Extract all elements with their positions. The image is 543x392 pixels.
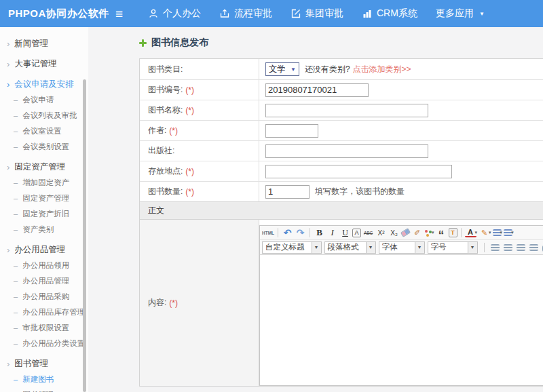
- sidebar-item-asset-category[interactable]: – 资产类别: [0, 222, 88, 237]
- align-center-icon[interactable]: [504, 244, 512, 251]
- location-input[interactable]: [265, 165, 452, 178]
- main-content: 图书信息发布 图书类目: 文学 ▼ 还没有类别? 点击添加类别>>: [88, 27, 543, 392]
- sidebar-item-label: 会议室设置: [22, 126, 62, 136]
- sidebar-section-office-supplies[interactable]: › 办公用品管理: [0, 242, 88, 258]
- blockquote-icon[interactable]: “: [436, 227, 447, 239]
- sidebar-item-label: 图书管理: [14, 358, 48, 370]
- required-mark: (*): [185, 187, 194, 197]
- select-caret-icon[interactable]: ▼: [415, 242, 424, 253]
- select-caret-icon[interactable]: ▼: [366, 242, 375, 253]
- nav-personal-office[interactable]: 个人办公: [148, 7, 201, 20]
- field-label: 作者:: [148, 125, 166, 136]
- sidebar-item-marker-icon: ›: [7, 163, 10, 172]
- font-family-select[interactable]: 字体 ▼: [379, 241, 425, 254]
- form-row-content: 内容: (*) HTML: [140, 219, 543, 386]
- sidebar-item-fixed-asset-depreciation[interactable]: – 固定资产折旧: [0, 206, 88, 222]
- quantity-hint: 填写数字，该图书的数量: [315, 186, 405, 197]
- select-caret-icon[interactable]: ▼: [312, 242, 321, 253]
- nav-flow-approval[interactable]: 流程审批: [219, 7, 272, 20]
- sidebar-item-label: 会议申请及安排: [14, 79, 74, 90]
- sidebar-item-marker-icon: ›: [7, 60, 10, 68]
- nav-group-approval[interactable]: 集团审批: [291, 7, 343, 20]
- field-label: 出版社:: [148, 145, 174, 157]
- custom-title-select[interactable]: 自定义标题 ▼: [262, 241, 322, 254]
- paragraph-format-select[interactable]: 段落格式 ▼: [324, 241, 376, 254]
- author-input[interactable]: [265, 124, 318, 138]
- bar-chart-icon: [362, 8, 373, 19]
- undo-icon[interactable]: ↶: [282, 227, 293, 239]
- nav-crm-system[interactable]: CRM系统: [362, 7, 417, 20]
- sidebar-item-label: 审批权限设置: [22, 323, 69, 333]
- sidebar-item-book-mgmt[interactable]: – 图书管理: [0, 387, 88, 392]
- sidebar-item-label: 办公用品管理: [14, 244, 65, 256]
- font-size-select[interactable]: 字号 ▼: [428, 241, 478, 254]
- book-category-select[interactable]: 文学 ▼: [265, 62, 299, 76]
- sidebar-section-meeting[interactable]: › 会议申请及安排: [0, 77, 88, 92]
- char-border-icon[interactable]: A: [352, 229, 361, 237]
- redo-icon[interactable]: ↷: [295, 227, 306, 239]
- sidebar-section-memorabilia-mgmt[interactable]: › 大事记管理: [0, 56, 88, 72]
- nav-label: 流程审批: [234, 7, 272, 20]
- sidebar-item-meeting-room-settings[interactable]: – 会议室设置: [0, 123, 88, 139]
- sidebar-item-approval-permission[interactable]: – 审批权限设置: [0, 320, 88, 336]
- subscript-icon[interactable]: X₂: [388, 227, 400, 239]
- format-brush-icon[interactable]: ✐: [411, 227, 423, 239]
- sidebar-item-add-fixed-asset[interactable]: – 增加固定资产: [0, 175, 88, 191]
- sidebar-item-label: 新建图书: [22, 374, 54, 385]
- sidebar-item-supplies-classification[interactable]: – 办公用品分类设置: [0, 336, 88, 351]
- paste-text-icon[interactable]: T: [449, 228, 457, 237]
- remove-format-icon[interactable]: [400, 228, 411, 237]
- sidebar-item-supplies-purchase[interactable]: – 办公用品采购: [0, 289, 88, 305]
- editor-content-area[interactable]: [260, 255, 543, 384]
- sidebar-item-supplies-mgmt[interactable]: – 办公用品管理: [0, 273, 88, 289]
- sidebar-item-supplies-inventory[interactable]: – 办公用品库存管理: [0, 305, 88, 320]
- nav-more-apps[interactable]: 更多应用 ▼: [436, 7, 485, 20]
- sidebar-item-marker-icon: ›: [7, 39, 10, 48]
- sidebar-item-marker-icon: –: [14, 376, 18, 383]
- sidebar-item-marker-icon: –: [14, 262, 18, 269]
- sidebar-section-news-mgmt[interactable]: › 新闻管理: [0, 36, 88, 52]
- sidebar-item-new-book[interactable]: – 新建图书: [0, 372, 88, 387]
- sidebar-item-meeting-apply[interactable]: – 会议申请: [0, 92, 88, 108]
- book-number-input[interactable]: [265, 83, 369, 97]
- sidebar-item-marker-icon: –: [14, 210, 18, 218]
- auto-typeset-icon[interactable]: [424, 229, 433, 237]
- strikethrough-icon[interactable]: ABC: [362, 227, 374, 239]
- sidebar-item-label: 固定资产折旧: [22, 209, 69, 219]
- sidebar-section-fixed-assets[interactable]: › 固定资产管理: [0, 159, 88, 175]
- dropdown-caret-icon[interactable]: ▾: [475, 230, 478, 235]
- dropdown-caret-icon[interactable]: ▾: [511, 230, 514, 235]
- field-label: 图书数量:: [148, 186, 183, 197]
- align-justify-icon[interactable]: [529, 244, 538, 251]
- field-label: 图书编号:: [148, 84, 183, 96]
- publisher-input[interactable]: [265, 144, 428, 158]
- superscript-icon[interactable]: X²: [375, 227, 387, 239]
- sidebar-section-book-mgmt[interactable]: › 图书管理: [0, 356, 88, 372]
- dropdown-caret-icon[interactable]: ▾: [500, 230, 503, 235]
- select-caret-icon[interactable]: ▼: [468, 242, 477, 253]
- sidebar-item-meeting-list-approval[interactable]: – 会议列表及审批: [0, 108, 88, 123]
- html-source-icon[interactable]: HTML: [262, 227, 274, 239]
- rich-text-editor: HTML ↶: [259, 225, 543, 386]
- sidebar-item-fixed-asset-mgmt[interactable]: – 固定资产管理: [0, 191, 88, 206]
- select-label: 字号: [428, 242, 468, 253]
- required-mark: (*): [185, 167, 194, 176]
- body-section-header: 正文: [140, 201, 543, 219]
- quantity-input[interactable]: [265, 185, 310, 199]
- required-mark: (*): [169, 298, 178, 308]
- sidebar-scrollbar-thumb[interactable]: [83, 79, 86, 392]
- sidebar-item-supplies-claim[interactable]: – 办公用品领用: [0, 258, 88, 273]
- hamburger-menu-icon[interactable]: ≡: [115, 7, 130, 20]
- bold-icon[interactable]: B: [314, 227, 325, 239]
- underline-icon[interactable]: U: [339, 227, 351, 239]
- sidebar-item-meeting-category-settings[interactable]: – 会议类别设置: [0, 139, 88, 155]
- no-category-note: 还没有类别?: [305, 64, 350, 75]
- book-name-input[interactable]: [265, 104, 428, 117]
- align-right-icon[interactable]: [517, 244, 525, 251]
- dropdown-caret-icon[interactable]: ▾: [489, 230, 491, 235]
- align-left-icon[interactable]: [491, 244, 500, 251]
- add-category-link[interactable]: 点击添加类别>>: [353, 64, 411, 75]
- add-plus-icon: [139, 39, 147, 47]
- italic-icon[interactable]: I: [326, 227, 338, 239]
- form-row-book-name: 图书名称: (*): [140, 100, 543, 120]
